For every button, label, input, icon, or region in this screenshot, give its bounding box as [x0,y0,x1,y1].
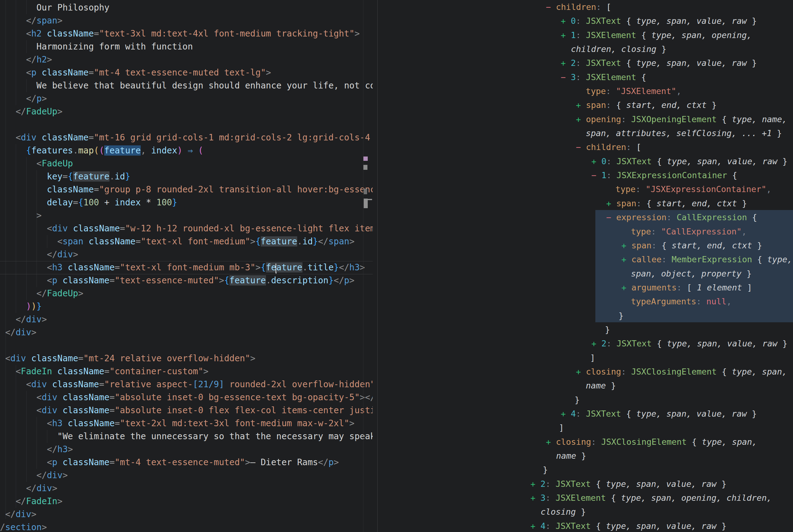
ast-node-line[interactable]: + 4: JSXText { type, span, value, raw } [378,519,792,532]
expand-toggle[interactable]: + [530,521,535,531]
collapse-toggle[interactable]: − [561,72,566,82]
code-line[interactable]: </span> [0,14,373,27]
collapse-toggle[interactable]: − [546,2,551,12]
expand-toggle[interactable]: + [561,58,566,68]
ast-node-line[interactable]: ] [378,351,792,365]
ast-node-line[interactable]: − children: [ [378,140,792,154]
code-line[interactable]: > [0,209,373,222]
code-line[interactable]: {features.map((feature, index) ⇒ ( [0,144,373,157]
code-line[interactable]: <div className="absolute inset-0 bg-esse… [0,391,373,404]
expand-toggle[interactable]: + [546,437,551,446]
expand-toggle[interactable]: + [606,198,611,208]
ast-node-line[interactable]: } [378,463,792,477]
code-line[interactable]: </div> [0,469,373,482]
code-line[interactable]: key={feature.id} [0,170,373,183]
ast-node-line[interactable]: } [378,309,792,323]
code-line[interactable]: </h2> [0,53,373,66]
expand-toggle[interactable]: + [530,479,535,489]
ast-node-line[interactable]: span, attributes, selfClosing, ... +1 } [378,126,792,140]
code-line[interactable]: </h3> [0,443,373,456]
code-line[interactable]: <h2 className="text-3xl md:text-4xl font… [0,27,373,40]
expand-toggle[interactable]: + [561,30,566,40]
collapse-toggle[interactable]: − [576,142,581,152]
code-line[interactable]: <p className="mt-4 text-essence-muted">—… [0,456,373,469]
ast-node-line[interactable]: + 2: JSXText { type, span, value, raw } [378,337,792,350]
ast-node-line[interactable]: + 0: JSXText { type, span, value, raw } [378,14,792,28]
collapse-toggle[interactable]: − [591,170,596,180]
code-line[interactable]: We believe that beautiful design should … [0,79,373,92]
code-line[interactable]: </section> [0,521,373,532]
code-line[interactable]: className="group p-8 rounded-2xl transit… [0,183,373,196]
ast-node-line[interactable]: + span: { start, end, ctxt } [378,196,792,210]
code-line[interactable]: <h3 className="text-xl font-medium mb-3"… [0,261,373,274]
ast-tree-pane[interactable]: − children: [+ 0: JSXText { type, span, … [378,0,793,532]
code-line[interactable]: </FadeUp> [0,105,373,118]
code-line[interactable]: <div className="w-12 h-12 rounded-xl bg-… [0,222,373,235]
ast-node-line[interactable]: + 2: JSXText { type, span, value, raw } [378,477,792,491]
code-line[interactable]: </div> [0,313,373,326]
ast-node-line[interactable]: + closing: JSXClosingElement { type, spa… [378,435,792,449]
code-line[interactable]: </FadeIn> [0,495,373,508]
editor-code[interactable]: Our Philosophy </span> <h2 className="te… [0,1,373,532]
code-line[interactable]: </div> [0,326,373,339]
code-line[interactable]: <p className="mt-4 text-essence-muted te… [0,66,373,79]
ast-node-line[interactable]: − 1: JSXExpressionContainer { [378,168,792,182]
expand-toggle[interactable]: + [591,339,596,348]
code-line[interactable] [0,339,373,352]
ast-node-line[interactable]: type: "JSXElement", [378,84,792,98]
expand-toggle[interactable]: + [561,409,566,418]
code-line[interactable]: delay={100 + index * 100} [0,196,373,209]
ast-node-line[interactable]: + 4: JSXText { type, span, value, raw } [378,407,792,421]
code-line[interactable]: </FadeUp> [0,287,373,300]
ast-node-line[interactable]: + 3: JSXElement { type, span, opening, c… [378,491,792,505]
ast-node-line[interactable]: } [378,323,792,337]
expand-toggle[interactable]: + [576,367,581,376]
code-line[interactable]: <FadeIn className="container-custom"> [0,365,373,378]
code-line[interactable]: </div> [0,248,373,261]
ast-node-line[interactable]: closing } [378,505,792,519]
ast-node-line[interactable]: + 0: JSXText { type, span, value, raw } [378,154,792,168]
ast-node-line[interactable]: + arguments: [ 1 element ] [378,281,792,294]
ast-node-line[interactable]: + callee: MemberExpression { type, [378,252,792,266]
code-line[interactable]: ))} [0,300,373,313]
ast-node-line[interactable]: type: "CallExpression", [378,225,792,239]
code-line[interactable]: <h3 className="text-2xl md:text-3xl font… [0,417,373,430]
ast-node-line[interactable]: span, object, property } [378,267,792,281]
ast-node-line[interactable]: name } [378,379,792,393]
ast-node-line[interactable]: + opening: JSXOpeningElement { type, nam… [378,112,792,126]
ast-node-line[interactable]: + span: { start, end, ctxt } [378,239,792,252]
code-line[interactable]: <div className="mt-24 relative overflow-… [0,352,373,365]
ast-node-line[interactable]: + 1: JSXElement { type, span, opening, [378,28,792,42]
code-line[interactable]: </div> [0,508,373,521]
expand-toggle[interactable]: + [591,156,596,166]
ast-node-line[interactable]: typeArguments: null, [378,294,792,308]
ast-node-line[interactable]: } [378,393,792,407]
ast-node-line[interactable]: name } [378,449,792,463]
expand-toggle[interactable]: + [621,254,626,264]
ast-node-line[interactable]: − 3: JSXElement { [378,70,792,84]
code-line[interactable]: Harmonizing form with function [0,40,373,53]
expand-toggle[interactable]: + [576,114,581,124]
ast-node-line[interactable]: + span: { start, end, ctxt } [378,98,792,112]
ast-node-line[interactable]: ] [378,421,792,435]
code-line[interactable]: <div className="relative aspect-[21/9] r… [0,378,373,391]
code-line[interactable]: "We eliminate the unnecessary so that th… [0,430,373,443]
ast-node-line[interactable]: − expression: CallExpression { [378,210,792,224]
code-line[interactable]: <span className="text-xl font-medium">{f… [0,235,373,248]
expand-toggle[interactable]: + [561,16,566,26]
code-line[interactable]: <FadeUp [0,157,373,170]
code-line[interactable]: Our Philosophy [0,1,373,14]
collapse-toggle[interactable]: − [606,212,611,222]
ast-node-line[interactable]: + 2: JSXText { type, span, value, raw } [378,56,792,70]
expand-toggle[interactable]: + [576,100,581,110]
code-editor-pane[interactable]: Our Philosophy </span> <h2 className="te… [0,0,373,532]
expand-toggle[interactable]: + [621,283,626,292]
code-line[interactable] [0,118,373,131]
code-line[interactable]: </p> [0,92,373,105]
ast-tree[interactable]: − children: [+ 0: JSXText { type, span, … [378,0,792,532]
ast-node-line[interactable]: − children: [ [378,0,792,14]
code-line[interactable]: <div className="absolute inset-0 flex fl… [0,404,373,417]
expand-toggle[interactable]: + [621,241,626,250]
code-line[interactable]: </div> [0,482,373,495]
ast-node-line[interactable]: children, closing } [378,42,792,56]
